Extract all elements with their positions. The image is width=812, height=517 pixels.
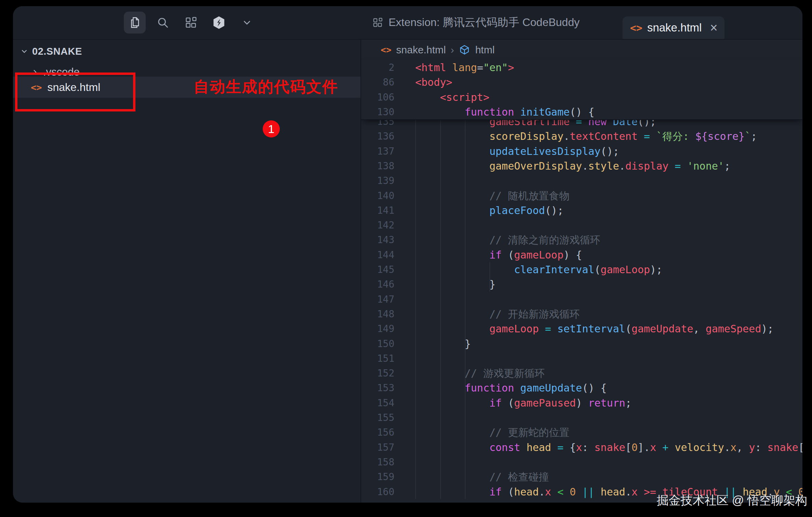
html-file-icon: <> [381, 45, 391, 55]
breadcrumb-symbol[interactable]: html [475, 44, 495, 56]
breadcrumb-file[interactable]: snake.html [396, 44, 446, 56]
tab-label: snake.html [647, 21, 702, 34]
search-icon [156, 16, 169, 29]
breadcrumb[interactable]: <> snake.html › html [361, 40, 495, 60]
line-number: 140 [361, 188, 394, 203]
code-line-147[interactable]: 147 [361, 292, 802, 307]
code-line-154[interactable]: 154 if (gamePaused) return; [361, 396, 802, 411]
line-number: 158 [361, 455, 394, 470]
line-number: 149 [361, 321, 394, 336]
line-number: 148 [361, 307, 394, 322]
workspace-name: 02.SNAKE [32, 46, 82, 57]
code-line-146[interactable]: 146 } [361, 277, 802, 292]
search-button[interactable] [152, 12, 174, 34]
tab-snake-html[interactable]: <> snake.html × [623, 16, 724, 39]
screenshot-canvas: Extension: 腾讯云代码助手 CodeBuddy <> snake.ht… [0, 0, 812, 517]
code-line-156[interactable]: 156 // 更新蛇的位置 [361, 425, 802, 440]
line-number: 150 [361, 336, 394, 352]
code-text: // 游戏更新循环 [415, 366, 545, 381]
code-text: // 开始新游戏循环 [415, 307, 580, 322]
line-number: 146 [361, 277, 394, 292]
extensions-icon [184, 16, 197, 29]
line-number: 147 [361, 292, 394, 307]
explorer-sidebar: 02.SNAKE .vscode <> snake.html 自动生成的代码文件 [13, 40, 361, 503]
code-line-158[interactable]: 158 [361, 455, 802, 470]
sticky-scroll[interactable]: 2<html lang="en">86<body>106 <script>130… [361, 60, 802, 120]
code-line-145[interactable]: 145 clearInterval(gameLoop); [361, 262, 802, 277]
window-title: Extension: 腾讯云代码助手 CodeBuddy [372, 6, 579, 39]
line-number: 155 [361, 410, 394, 425]
code-line-136[interactable]: 136 scoreDisplay.textContent = `得分: ${sc… [361, 129, 802, 144]
code-line-148[interactable]: 148 // 开始新游戏循环 [361, 307, 802, 322]
code-line-159[interactable]: 159 // 检查碰撞 [361, 469, 802, 485]
line-number: 156 [361, 425, 394, 440]
line-number: 2 [361, 60, 394, 75]
line-number: 152 [361, 366, 394, 381]
html-file-icon: <> [630, 22, 642, 34]
code-line-143[interactable]: 143 // 清除之前的游戏循环 [361, 233, 802, 248]
line-number: 136 [361, 129, 394, 144]
code-text: if (gameLoop) { [415, 248, 582, 263]
line-number: 144 [361, 248, 394, 263]
code-text: gameOverDisplay.style.display = 'none'; [415, 159, 730, 174]
code-line-2[interactable]: 2<html lang="en"> [361, 60, 802, 75]
line-number: 141 [361, 203, 394, 218]
vscode-window: Extension: 腾讯云代码助手 CodeBuddy <> snake.ht… [13, 6, 802, 503]
line-number: 86 [361, 75, 394, 90]
code-line-141[interactable]: 141 placeFood(); [361, 203, 802, 218]
code-text: updateLivesDisplay(); [415, 144, 619, 159]
activity-bar [124, 6, 258, 39]
line-number: 159 [361, 469, 394, 485]
extensions-button[interactable] [180, 12, 202, 34]
code-editor: <> snake.html › html [361, 40, 802, 503]
symbol-cube-icon [459, 44, 470, 56]
code-line-151[interactable]: 151 [361, 351, 802, 366]
line-number: 154 [361, 396, 394, 411]
tab-close-icon[interactable]: × [710, 21, 718, 34]
code-line-149[interactable]: 149 gameLoop = setInterval(gameUpdate, g… [361, 321, 802, 336]
code-line-130[interactable]: 130 function initGame() { [361, 105, 802, 120]
line-number: 157 [361, 440, 394, 455]
line-number: 139 [361, 173, 394, 188]
watermark: 掘金技术社区 @ 悟空聊架构 [657, 492, 807, 508]
code-text: scoreDisplay.textContent = `得分: ${score}… [415, 129, 757, 144]
code-line-142[interactable]: 142 [361, 218, 802, 233]
layout-chevron-button[interactable] [236, 12, 258, 34]
line-number: 142 [361, 218, 394, 233]
code-line-155[interactable]: 155 [361, 410, 802, 425]
line-number: 160 [361, 485, 394, 500]
line-number: 137 [361, 144, 394, 159]
code-line-86[interactable]: 86<body> [361, 75, 802, 90]
code-line-106[interactable]: 106 <script> [361, 90, 802, 105]
code-text: function gameUpdate() { [415, 381, 607, 396]
explorer-button[interactable] [124, 12, 146, 34]
code-text: if (gamePaused) return; [415, 396, 631, 411]
code-text: // 清除之前的游戏循环 [415, 233, 600, 248]
code-text: // 随机放置食物 [415, 188, 569, 203]
line-number: 151 [361, 351, 394, 366]
line-number: 130 [361, 105, 394, 120]
line-number: 143 [361, 233, 394, 248]
code-line-138[interactable]: 138 gameOverDisplay.style.display = 'non… [361, 159, 802, 174]
code-line-139[interactable]: 139 [361, 173, 802, 188]
code-text: } [415, 277, 496, 292]
line-number: 106 [361, 90, 394, 105]
explorer-section-header[interactable]: 02.SNAKE [13, 42, 361, 60]
code-line-144[interactable]: 144 if (gameLoop) { [361, 248, 802, 263]
code-line-153[interactable]: 153 function gameUpdate() { [361, 381, 802, 396]
code-text: <script> [415, 90, 489, 105]
code-line-157[interactable]: 157 const head = {x: snake[0].x + veloci… [361, 440, 802, 455]
annotation-red-box [15, 72, 135, 111]
title-bar: Extension: 腾讯云代码助手 CodeBuddy <> snake.ht… [13, 6, 802, 39]
chevron-right-icon: › [450, 44, 454, 56]
code-line-150[interactable]: 150 } [361, 336, 802, 352]
line-number: 138 [361, 159, 394, 174]
code-text: // 检查碰撞 [415, 469, 549, 485]
line-number: 153 [361, 381, 394, 396]
main-area: 02.SNAKE .vscode <> snake.html 自动生成的代码文件 [13, 39, 802, 503]
code-text: <html lang="en"> [415, 60, 514, 75]
code-line-140[interactable]: 140 // 随机放置食物 [361, 188, 802, 203]
codebuddy-button[interactable] [208, 12, 230, 34]
code-line-137[interactable]: 137 updateLivesDisplay(); [361, 144, 802, 159]
code-line-152[interactable]: 152 // 游戏更新循环 [361, 366, 802, 381]
